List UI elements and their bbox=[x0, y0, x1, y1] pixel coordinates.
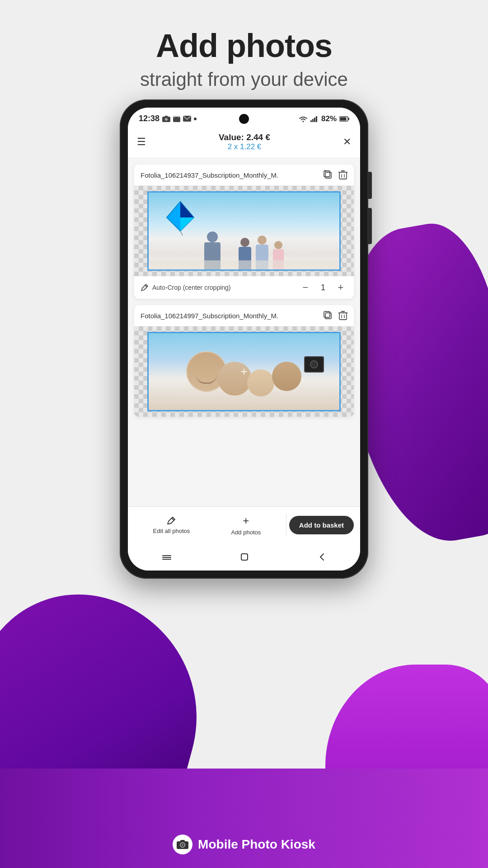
svg-rect-9 bbox=[312, 119, 314, 122]
svg-rect-4 bbox=[174, 116, 175, 118]
svg-marker-24 bbox=[180, 202, 194, 217]
svg-rect-5 bbox=[178, 116, 179, 118]
mail-icon bbox=[183, 116, 191, 122]
status-time: 12:38 bbox=[139, 114, 160, 123]
svg-rect-10 bbox=[314, 118, 315, 122]
cart-breakdown: 2 x 1.22 € bbox=[146, 142, 343, 151]
svg-rect-14 bbox=[340, 117, 347, 120]
nav-home-button[interactable] bbox=[239, 552, 250, 562]
app-header: ☰ Value: 2.44 € 2 x 1.22 € ✕ bbox=[128, 127, 360, 158]
svg-rect-15 bbox=[325, 172, 331, 178]
delete-icon-1[interactable] bbox=[338, 170, 347, 180]
menu-button[interactable]: ☰ bbox=[137, 137, 146, 147]
svg-point-42 bbox=[182, 844, 183, 846]
calendar-icon bbox=[173, 116, 180, 122]
photo-card-2-header: Fotolia_106214997_Subscription_Monthly_M… bbox=[134, 305, 354, 326]
kite-photo bbox=[147, 191, 341, 271]
camera-logo-icon bbox=[176, 839, 189, 850]
phone-screen: 12:38 bbox=[128, 108, 360, 571]
svg-rect-30 bbox=[339, 313, 347, 320]
photo-1-icons bbox=[323, 170, 347, 180]
delete-icon-2[interactable] bbox=[338, 311, 347, 321]
phone-mockup: 12:38 bbox=[120, 99, 368, 579]
duplicate-icon-1[interactable] bbox=[323, 170, 333, 180]
quantity-value-1: 1 bbox=[319, 283, 328, 292]
photo-card-1: Fotolia_106214937_Subscription_Monthly_M… bbox=[134, 165, 354, 299]
svg-point-1 bbox=[165, 118, 168, 121]
minus-button-1[interactable]: − bbox=[299, 281, 312, 294]
cart-value: Value: 2.44 € bbox=[146, 132, 343, 142]
wifi-icon bbox=[299, 116, 308, 122]
svg-rect-16 bbox=[324, 171, 330, 177]
quantity-control-1: − 1 + bbox=[299, 281, 347, 294]
selfie-photo: + bbox=[147, 332, 341, 411]
add-to-basket-button[interactable]: Add to basket bbox=[289, 516, 354, 534]
photo-card-1-header: Fotolia_106214937_Subscription_Monthly_M… bbox=[134, 165, 354, 186]
nav-recent-button[interactable] bbox=[162, 553, 172, 561]
footer-logo: Mobile Photo Kiosk bbox=[0, 835, 488, 854]
page-subtitle: straight from your device bbox=[0, 69, 488, 90]
brand-icon bbox=[173, 835, 192, 854]
signal-icon bbox=[310, 116, 319, 122]
svg-rect-29 bbox=[324, 311, 330, 317]
photo-2-icons bbox=[323, 311, 347, 321]
phone-shell: 12:38 bbox=[120, 99, 368, 579]
svg-marker-2 bbox=[164, 116, 168, 117]
page-title: Add photos bbox=[0, 27, 488, 64]
svg-rect-43 bbox=[180, 840, 185, 842]
plus-button-1[interactable]: + bbox=[334, 281, 347, 294]
photo-icon bbox=[162, 116, 170, 122]
nav-bar bbox=[128, 543, 360, 571]
bottom-bar: Edit all photos + Add photos Add to bask… bbox=[128, 506, 360, 543]
back-icon bbox=[317, 552, 326, 561]
add-photos-icon: + bbox=[243, 514, 249, 527]
nav-back-button[interactable] bbox=[317, 552, 326, 561]
app-content: Fotolia_106214937_Subscription_Monthly_M… bbox=[128, 158, 360, 544]
svg-rect-39 bbox=[241, 554, 248, 560]
photo-card-1-footer: Auto-Crop (center cropping) − 1 + bbox=[134, 276, 354, 299]
app-header-center: Value: 2.44 € 2 x 1.22 € bbox=[146, 132, 343, 151]
svg-point-7 bbox=[302, 121, 304, 122]
photo-area-1 bbox=[134, 186, 354, 276]
edit-icon-1 bbox=[141, 283, 149, 292]
add-photos-label: Add photos bbox=[231, 529, 261, 536]
edit-all-label: Edit all photos bbox=[153, 528, 190, 534]
auto-crop-label-1[interactable]: Auto-Crop (center cropping) bbox=[141, 283, 231, 292]
photo-2-filename: Fotolia_106214997_Subscription_Monthly_M… bbox=[141, 312, 308, 320]
home-icon bbox=[239, 552, 250, 562]
recent-apps-icon bbox=[162, 554, 172, 561]
svg-rect-11 bbox=[316, 116, 317, 122]
battery-text: 82% bbox=[321, 114, 337, 123]
edit-all-icon bbox=[166, 516, 176, 526]
close-button[interactable]: ✕ bbox=[343, 136, 351, 148]
battery-icon bbox=[339, 116, 349, 122]
brand-name: Mobile Photo Kiosk bbox=[198, 837, 315, 852]
photo-area-2: + bbox=[134, 326, 354, 417]
camera-notch bbox=[239, 114, 249, 124]
edit-all-button[interactable]: Edit all photos bbox=[134, 512, 209, 538]
add-photos-button[interactable]: + Add photos bbox=[209, 511, 283, 539]
header-section: Add photos straight from your device bbox=[0, 27, 488, 90]
photo-1-filename: Fotolia_106214937_Subscription_Monthly_M… bbox=[141, 171, 308, 179]
status-left: 12:38 bbox=[139, 114, 197, 123]
svg-point-17 bbox=[324, 170, 326, 172]
photo-card-2: Fotolia_106214997_Subscription_Monthly_M… bbox=[134, 305, 354, 417]
svg-rect-13 bbox=[348, 118, 350, 120]
svg-rect-8 bbox=[310, 120, 312, 122]
svg-rect-28 bbox=[325, 313, 331, 319]
duplicate-icon-2[interactable] bbox=[323, 311, 333, 321]
status-right: 82% bbox=[299, 114, 349, 123]
notification-dot bbox=[194, 118, 197, 120]
bottom-divider bbox=[286, 514, 286, 537]
svg-rect-18 bbox=[339, 172, 347, 179]
